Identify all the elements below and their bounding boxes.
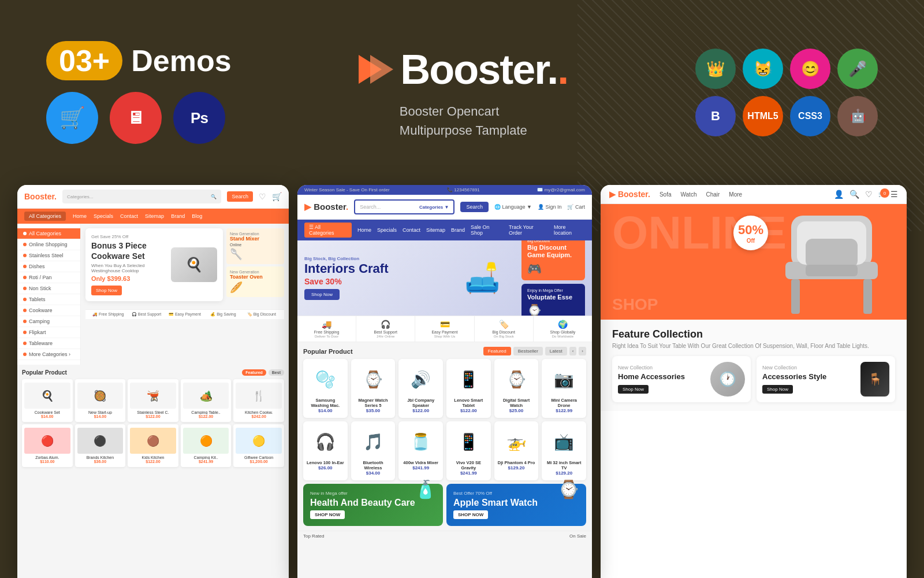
ml-product-camping2[interactable]: 🟠 Camping Kit.. $241.99 xyxy=(181,424,232,467)
mc-product-vivo[interactable]: 📱 Vivo V20 SE Gravity $241.99 xyxy=(446,421,491,480)
mc-nav-contact[interactable]: Contact xyxy=(403,227,420,233)
opencart-cart-icon[interactable]: 🛒 xyxy=(46,92,98,144)
css3-icon[interactable]: CSS3 xyxy=(790,96,830,136)
mc-topbar-email: ✉️ my@r2@gmail.com xyxy=(537,187,585,192)
mc-apple-watch-promo[interactable]: Best Offer 70% Off Apple Smart Watch SHO… xyxy=(446,484,586,526)
mc-nav-track[interactable]: Track Your Order xyxy=(509,224,548,236)
ml-product-kitchen[interactable]: 🍴 Kitchen Cookw. $242.00 xyxy=(233,379,284,422)
mc-tab-next[interactable]: › xyxy=(579,347,586,355)
mc-search-button[interactable]: Search xyxy=(460,202,489,212)
smiley-cat-icon[interactable]: 😸 xyxy=(743,49,783,89)
ml-nav-specials[interactable]: Specials xyxy=(94,213,113,219)
mr-home-accessories-item[interactable]: New Collection Home Accessories Shop Now… xyxy=(612,356,751,402)
mc-product-speaker[interactable]: 🔊 Jbl Company Speaker $122.00 xyxy=(398,359,443,418)
mc-product-smartwatch[interactable]: ⌚ Digital Smart Watch $25.00 xyxy=(494,359,539,418)
ml-nav-sitemap[interactable]: Sitemap xyxy=(145,213,164,219)
sidebar-stainless-steel[interactable]: Stainless Steel xyxy=(17,250,80,261)
html5-icon[interactable]: HTML5 xyxy=(743,96,783,136)
mc-product-washing-machine[interactable]: 🫧 Samsung Washing Mac. $14.00 xyxy=(303,359,348,418)
mc-cart-link[interactable]: 🛒 Cart xyxy=(567,204,585,210)
sidebar-flipkart[interactable]: Flipkart xyxy=(17,327,80,338)
mc-hero-shop-btn[interactable]: Shop Now xyxy=(304,289,340,300)
ml-product-gifiwee[interactable]: 🟡 Gifiwee Cartoon $1,200.00 xyxy=(233,424,284,467)
mc-product-airpods[interactable]: 🎵 Bluetooth Wireless $34.00 xyxy=(351,421,396,480)
ml-nav-home[interactable]: Home xyxy=(73,213,87,219)
ml-product-cookware[interactable]: 🍳 Cookware Set $14.00 xyxy=(22,379,73,422)
photoshop-icon[interactable]: Ps xyxy=(173,92,225,144)
ml-cart-icon[interactable]: 🛒 xyxy=(272,192,282,201)
mr-nav-more[interactable]: More xyxy=(729,191,742,198)
ml-nav-blog[interactable]: Blog xyxy=(192,213,202,219)
mr-accessories-style-item[interactable]: New Collection Accessories Style Shop No… xyxy=(757,356,895,402)
mc-product-drone[interactable]: 📷 Mini Camera Drone $122.99 xyxy=(542,359,586,418)
ml-product-startup[interactable]: 🥘 New Start-up $14.00 xyxy=(75,379,126,422)
mc-tab-featured[interactable]: Featured xyxy=(483,347,511,355)
mc-search-input[interactable]: Search... Categories ▼ xyxy=(354,199,454,214)
mc-beauty-care-promo[interactable]: New in Mega offer Health And Beauty Care… xyxy=(303,484,443,526)
mc-nav-sale[interactable]: Sale On Shop xyxy=(471,224,503,236)
mr-accessories-style-shop-btn[interactable]: Shop Now xyxy=(762,385,793,394)
mc-tab-latest[interactable]: Latest xyxy=(545,347,567,355)
sidebar-tablets[interactable]: Tablets xyxy=(17,294,80,305)
ml-product-camping[interactable]: 🏕️ Camping Table.. $122.00 xyxy=(181,379,232,422)
ml-all-categories[interactable]: All Categories xyxy=(24,212,66,221)
sidebar-all-categories[interactable]: All Categories xyxy=(17,228,80,239)
sidebar-roti-pan[interactable]: Roti / Pan xyxy=(17,272,80,283)
mc-product-watch[interactable]: ⌚ Magner Watch Series 5 $35.00 xyxy=(351,359,396,418)
sidebar-tableware[interactable]: Tableware xyxy=(17,338,80,349)
mr-menu-icon[interactable]: ☰ xyxy=(891,190,898,199)
mc-tab-prev[interactable]: ‹ xyxy=(569,347,577,355)
mc-tab-bestseller[interactable]: Bestseller xyxy=(513,347,543,355)
mc-nav-sitemap[interactable]: Sitemap xyxy=(426,227,445,233)
mc-beauty-shop-btn[interactable]: SHOP NOW xyxy=(310,510,345,519)
mr-nav-chair[interactable]: Chair xyxy=(706,191,720,198)
sidebar-dishes[interactable]: Dishes xyxy=(17,261,80,272)
mr-cart-area: 👤 🔍 ♡ 🛒 0 ☰ xyxy=(834,190,898,199)
ml-featured-tab[interactable]: Featured xyxy=(242,369,266,376)
mr-home-accessories-shop-btn[interactable]: Shop Now xyxy=(618,385,649,394)
mr-wishlist-icon[interactable]: ♡ xyxy=(865,190,873,199)
ml-product-zorbas[interactable]: 🔴 Zorbas Alum. $110.00 xyxy=(22,424,73,467)
ml-product-brands[interactable]: ⚫ Brands Kitchen $36.00 xyxy=(75,424,126,467)
ml-search-button[interactable]: Search xyxy=(227,191,253,202)
sidebar-online-shopping[interactable]: Online Shopping xyxy=(17,239,80,250)
ml-nav-contact[interactable]: Contact xyxy=(120,213,138,219)
sidebar-camping[interactable]: Camping xyxy=(17,316,80,327)
mr-nav-watch[interactable]: Watch xyxy=(680,191,696,198)
ml-bestseller-tab[interactable]: Best xyxy=(269,369,284,376)
ml-nav-brand[interactable]: Brand xyxy=(171,213,185,219)
sidebar-cookware[interactable]: Cookware xyxy=(17,305,80,316)
sidebar-non-stick[interactable]: Non Stick xyxy=(17,283,80,294)
mc-language-select[interactable]: 🌐 Language ▼ xyxy=(494,204,532,210)
bootstrap-icon[interactable]: B xyxy=(695,96,736,136)
mc-product-tablet[interactable]: 📱 Lenovo Smart Tablet $122.00 xyxy=(446,359,491,418)
ml-product-stainless[interactable]: 🫕 Stainless Steel C. $122.00 xyxy=(128,379,178,422)
mc-product-tv[interactable]: 📺 Mi 32 inch Smart TV $129.20 xyxy=(542,421,586,480)
mr-search-icon[interactable]: 🔍 xyxy=(850,190,859,199)
mc-product-mixer[interactable]: 🫙 400w Vidra Mixer $241.99 xyxy=(398,421,443,480)
ml-search-bar[interactable]: Categories... 🔍 xyxy=(62,190,221,203)
mc-nav-specials[interactable]: Specials xyxy=(377,227,397,233)
ml-product-kids[interactable]: 🟤 Kids Kitchen $122.00 xyxy=(128,424,178,467)
mr-cart-wrapper[interactable]: 🛒 0 xyxy=(878,191,885,197)
crown-icon[interactable]: 👑 xyxy=(695,49,736,89)
mc-all-categories-btn[interactable]: ☰ All Categories xyxy=(304,223,352,238)
mc-signin-link[interactable]: 👤 Sign In xyxy=(538,204,562,210)
mc-nav-brand[interactable]: Brand xyxy=(451,227,465,233)
mr-nav-sofa[interactable]: Sofa xyxy=(660,191,672,198)
mc-watch-shop-btn[interactable]: SHOP NOW xyxy=(453,510,488,519)
support-face-icon[interactable]: 😊 xyxy=(790,49,830,89)
mc-mega-offer-card[interactable]: Enjoy in Mega Offer Voluptate Esse ⌚ xyxy=(521,284,585,316)
mc-nav-location[interactable]: More location xyxy=(554,224,585,236)
opencart-robot-icon[interactable]: 🤖 xyxy=(837,96,878,136)
microphone-icon[interactable]: 🎤 xyxy=(837,49,878,89)
mc-game-equipment-card[interactable]: Big Discount Big Discount Game Equipm. 🎮 xyxy=(521,240,585,280)
responsive-design-icon[interactable]: 🖥 xyxy=(110,92,162,144)
mc-product-headphones[interactable]: 🎧 Lenovo 100 In-Ear $26.00 xyxy=(303,421,348,480)
mr-user-icon[interactable]: 👤 xyxy=(834,190,844,199)
sidebar-more-categories[interactable]: More Categories › xyxy=(17,349,80,360)
mc-nav-home[interactable]: Home xyxy=(357,227,371,233)
ml-shop-now-btn[interactable]: Shop Now xyxy=(91,286,122,295)
ml-heart-icon[interactable]: ♡ xyxy=(259,192,266,201)
mc-product-dji[interactable]: 🚁 Dji Phantom 4 Pro $129.20 xyxy=(494,421,539,480)
